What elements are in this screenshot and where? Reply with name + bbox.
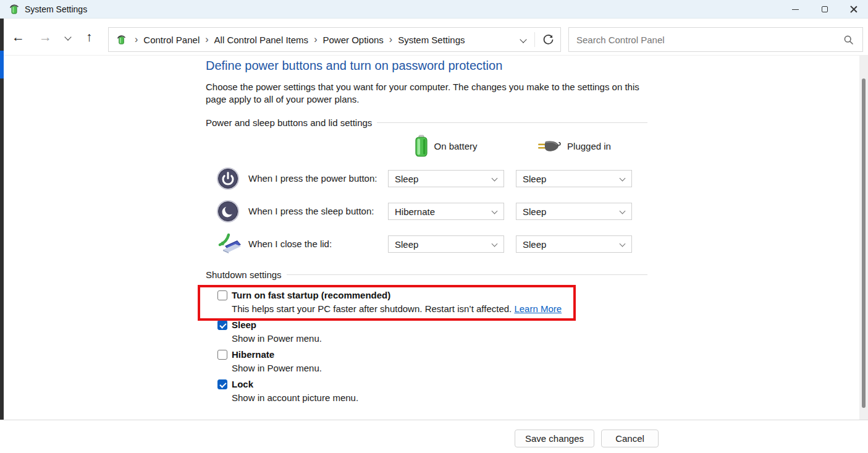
close-lid-on-battery-select[interactable]: Sleep bbox=[388, 235, 504, 253]
column-label: Plugged in bbox=[567, 141, 611, 151]
power-options-icon bbox=[116, 35, 127, 45]
breadcrumb-system-settings[interactable]: System Settings bbox=[398, 35, 465, 45]
sleep-checkbox[interactable] bbox=[217, 320, 227, 330]
laptop-lid-icon bbox=[216, 232, 242, 256]
chevron-down-icon bbox=[492, 176, 498, 182]
footer-bar: Save changes Cancel bbox=[0, 420, 868, 453]
maximize-button[interactable] bbox=[810, 0, 839, 19]
close-icon bbox=[850, 6, 857, 13]
address-dropdown-chevron-icon[interactable] bbox=[520, 36, 526, 43]
setting-row-close-lid: When I close the lid: Sleep Sleep bbox=[206, 232, 647, 256]
select-value: Sleep bbox=[395, 174, 418, 184]
shutdown-group-header: Shutdown settings bbox=[206, 269, 647, 280]
setting-label: When I close the lid: bbox=[248, 232, 332, 256]
option-lock: Lock Show in account picture menu. bbox=[217, 379, 358, 403]
battery-icon bbox=[415, 135, 428, 157]
breadcrumb-separator: › bbox=[308, 34, 322, 45]
save-changes-button[interactable]: Save changes bbox=[515, 430, 594, 447]
option-description: Show in Power menu. bbox=[232, 363, 322, 373]
maximize-icon bbox=[822, 6, 828, 12]
column-label: On battery bbox=[434, 141, 477, 151]
close-button[interactable] bbox=[839, 0, 868, 19]
breadcrumb-power-options[interactable]: Power Options bbox=[322, 35, 383, 45]
address-divider bbox=[534, 32, 535, 47]
sleep-button-on-battery-select[interactable]: Hibernate bbox=[388, 203, 504, 220]
vertical-scrollbar-thumb[interactable] bbox=[862, 78, 866, 408]
option-label: Hibernate bbox=[232, 349, 274, 360]
group-label: Shutdown settings bbox=[206, 269, 282, 280]
chevron-down-icon bbox=[620, 208, 626, 214]
breadcrumb-all-control-panel-items[interactable]: All Control Panel Items bbox=[214, 35, 309, 45]
hibernate-checkbox[interactable] bbox=[217, 350, 227, 360]
cancel-button[interactable]: Cancel bbox=[601, 430, 659, 447]
plug-icon bbox=[537, 138, 562, 153]
select-value: Sleep bbox=[523, 239, 546, 250]
close-lid-plugged-in-select[interactable]: Sleep bbox=[516, 235, 632, 253]
setting-label: When I press the sleep button: bbox=[248, 200, 374, 223]
main-content: Define power buttons and turn on passwor… bbox=[206, 59, 647, 417]
select-value: Sleep bbox=[523, 174, 546, 184]
chevron-down-icon bbox=[620, 176, 626, 182]
option-description-text: This helps start your PC faster after sh… bbox=[232, 303, 512, 314]
navigation-toolbar: ← → ↑ › Control Panel › All Control Pane… bbox=[0, 19, 868, 56]
group-rule bbox=[287, 274, 647, 275]
breadcrumb-separator: › bbox=[129, 34, 143, 45]
setting-row-sleep-button: When I press the sleep button: Hibernate… bbox=[206, 200, 647, 223]
option-sleep: Sleep Show in Power menu. bbox=[217, 320, 322, 344]
address-bar[interactable]: › Control Panel › All Control Panel Item… bbox=[108, 27, 561, 52]
page-description: Choose the power settings that you want … bbox=[206, 81, 640, 106]
search-input[interactable]: Search Control Panel bbox=[568, 27, 863, 52]
chevron-down-icon bbox=[492, 241, 498, 247]
minimize-button[interactable] bbox=[781, 0, 810, 19]
option-label: Lock bbox=[232, 379, 253, 389]
power-button-icon bbox=[216, 167, 240, 190]
title-bar: System Settings bbox=[0, 0, 868, 19]
lock-checkbox[interactable] bbox=[217, 379, 227, 389]
group-label: Power and sleep buttons and lid settings bbox=[206, 117, 372, 128]
refresh-icon[interactable] bbox=[542, 34, 554, 46]
sleep-button-icon bbox=[216, 200, 240, 223]
minimize-icon bbox=[792, 9, 799, 10]
breadcrumb-control-panel[interactable]: Control Panel bbox=[143, 35, 200, 45]
power-button-on-battery-select[interactable]: Sleep bbox=[388, 170, 504, 187]
group-rule bbox=[377, 122, 647, 123]
option-label: Sleep bbox=[232, 320, 256, 330]
option-label: Turn on fast startup (recommended) bbox=[232, 290, 390, 300]
breadcrumb-separator: › bbox=[200, 34, 214, 45]
option-description: Show in account picture menu. bbox=[232, 392, 358, 403]
chevron-down-icon bbox=[620, 241, 626, 247]
up-button[interactable]: ↑ bbox=[86, 30, 93, 43]
select-value: Sleep bbox=[395, 239, 418, 250]
power-button-plugged-in-select[interactable]: Sleep bbox=[516, 170, 632, 187]
page-title: Define power buttons and turn on passwor… bbox=[206, 59, 502, 73]
forward-button[interactable]: → bbox=[39, 30, 52, 43]
option-description: Show in Power menu. bbox=[232, 333, 322, 344]
chevron-down-icon bbox=[492, 208, 498, 214]
left-edge-strip bbox=[0, 19, 4, 453]
fast-startup-checkbox[interactable] bbox=[217, 290, 227, 300]
recent-pages-chevron-icon[interactable] bbox=[64, 33, 71, 40]
column-header-plugged-in: Plugged in bbox=[516, 133, 632, 158]
window-title: System Settings bbox=[25, 4, 87, 14]
learn-more-link[interactable]: Learn More bbox=[514, 303, 562, 314]
sleep-button-plugged-in-select[interactable]: Sleep bbox=[516, 203, 632, 220]
breadcrumb-separator: › bbox=[384, 34, 398, 45]
setting-row-power-button: When I press the power button: Sleep Sle… bbox=[206, 167, 647, 190]
option-description: This helps start your PC faster after sh… bbox=[232, 303, 562, 314]
option-fast-startup: Turn on fast startup (recommended) This … bbox=[217, 290, 562, 314]
select-value: Sleep bbox=[523, 206, 546, 217]
search-placeholder: Search Control Panel bbox=[576, 35, 665, 45]
power-buttons-group-header: Power and sleep buttons and lid settings bbox=[206, 117, 647, 128]
column-header-on-battery: On battery bbox=[388, 133, 504, 158]
search-icon[interactable] bbox=[843, 35, 854, 45]
back-button[interactable]: ← bbox=[12, 30, 25, 43]
select-value: Hibernate bbox=[395, 206, 435, 217]
power-options-icon bbox=[9, 4, 20, 15]
option-hibernate: Hibernate Show in Power menu. bbox=[217, 349, 322, 373]
left-edge-accent bbox=[0, 51, 4, 78]
setting-label: When I press the power button: bbox=[248, 167, 377, 190]
